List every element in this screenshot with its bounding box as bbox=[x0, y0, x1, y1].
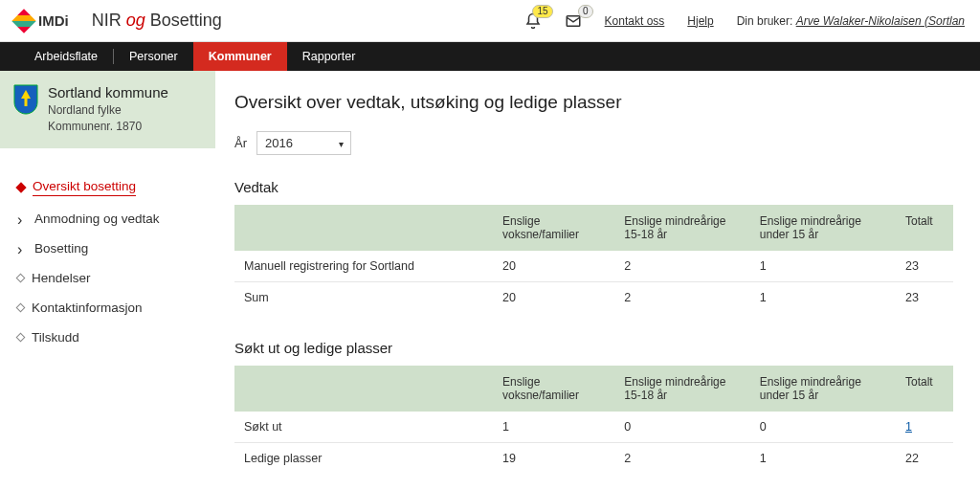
year-row: År 2016 bbox=[234, 136, 953, 150]
cell: 20 bbox=[493, 251, 614, 282]
topbar: IMDi NIR og Bosetting 15 0 Kontakt oss H… bbox=[0, 0, 980, 42]
user-block[interactable]: Din bruker: Arve Walaker-Nikolaisen (Sor… bbox=[737, 14, 965, 28]
row-label: Søkt ut bbox=[234, 412, 493, 443]
nav-kommuner[interactable]: Kommuner bbox=[193, 42, 287, 71]
section-vedtak-title: Vedtak bbox=[234, 179, 953, 195]
kommune-fylke: Nordland fylke bbox=[48, 102, 168, 119]
year-label: År bbox=[234, 136, 247, 150]
nav-rapporter[interactable]: Rapporter bbox=[287, 42, 371, 71]
sidebar: Sortland kommune Nordland fylke Kommunen… bbox=[0, 71, 215, 490]
vedtak-table: Enslige voksne/familier Enslige mindreår… bbox=[234, 205, 953, 313]
th-mindrearige-15-18: Enslige mindreårige 15-18 år bbox=[614, 366, 749, 412]
nav-personer[interactable]: Personer bbox=[114, 42, 193, 71]
row-label: Manuell registrering for Sortland bbox=[234, 251, 493, 282]
diamond-icon bbox=[15, 182, 26, 192]
chevron-icon bbox=[17, 243, 27, 253]
contact-link[interactable]: Kontakt oss bbox=[605, 14, 665, 28]
navbar: Arbeidsflate Personer Kommuner Rapporter bbox=[0, 42, 980, 71]
th-empty bbox=[234, 366, 493, 412]
kommune-box: Sortland kommune Nordland fylke Kommunen… bbox=[0, 71, 215, 148]
cell-total: 23 bbox=[896, 282, 953, 314]
sidebar-item-tilskudd[interactable]: Tilskudd bbox=[17, 323, 208, 352]
logo-icon bbox=[11, 9, 35, 33]
diamond-outline-icon bbox=[16, 332, 26, 342]
year-select[interactable]: 2016 bbox=[256, 131, 351, 155]
table-row: Sum202123 bbox=[234, 282, 953, 314]
th-empty bbox=[234, 205, 493, 251]
sidebar-item-bosetting[interactable]: Bosetting bbox=[17, 234, 208, 263]
cell-total: 22 bbox=[896, 443, 953, 475]
kommune-name: Sortland kommune bbox=[48, 84, 168, 100]
row-label: Sum bbox=[234, 282, 493, 314]
table-row: Søkt ut1001 bbox=[234, 412, 953, 443]
cell: 1 bbox=[750, 282, 896, 314]
diamond-outline-icon bbox=[16, 273, 26, 282]
th-mindrearige-under-15: Enslige mindreårige under 15 år bbox=[750, 205, 896, 251]
logo[interactable]: IMDi bbox=[15, 12, 69, 30]
cell: 0 bbox=[750, 412, 896, 443]
cell: 1 bbox=[493, 412, 614, 443]
row-label: Ledige plasser bbox=[234, 443, 493, 475]
table-row: Manuell registrering for Sortland202123 bbox=[234, 251, 953, 282]
th-mindrearige-15-18: Enslige mindreårige 15-18 år bbox=[614, 205, 749, 251]
section-sokt-title: Søkt ut og ledige plasser bbox=[234, 340, 953, 356]
shield-icon bbox=[13, 84, 38, 115]
cell-total[interactable]: 1 bbox=[896, 412, 953, 443]
brand-text: IMDi bbox=[38, 12, 69, 29]
sidebar-item-hendelser[interactable]: Hendelser bbox=[17, 263, 208, 293]
notifications-button[interactable]: 15 bbox=[524, 12, 542, 30]
help-link[interactable]: Hjelp bbox=[687, 14, 713, 28]
sidebar-item-kontakt[interactable]: Kontaktinformasjon bbox=[17, 293, 208, 323]
th-totalt: Totalt bbox=[896, 205, 953, 251]
app-title: NIR og Bosetting bbox=[92, 11, 222, 31]
chevron-icon bbox=[17, 213, 27, 223]
svg-rect-1 bbox=[25, 98, 28, 106]
sidebar-item-anmodning[interactable]: Anmodning og vedtak bbox=[17, 204, 208, 234]
diamond-outline-icon bbox=[16, 302, 26, 312]
th-enslige-voksne: Enslige voksne/familier bbox=[493, 205, 614, 251]
cell: 0 bbox=[614, 412, 749, 443]
cell: 20 bbox=[493, 282, 614, 314]
cell: 2 bbox=[614, 251, 749, 282]
cell-total: 23 bbox=[896, 251, 953, 282]
main-content: Oversikt over vedtak, utsøking og ledige… bbox=[215, 71, 980, 490]
page-title: Oversikt over vedtak, utsøking og ledige… bbox=[234, 92, 953, 113]
table-row: Ledige plasser192122 bbox=[234, 443, 953, 475]
mail-badge: 0 bbox=[578, 5, 593, 18]
sokt-table: Enslige voksne/familier Enslige mindreår… bbox=[234, 366, 953, 474]
nav-arbeidsflate[interactable]: Arbeidsflate bbox=[19, 42, 113, 71]
cell: 2 bbox=[614, 443, 749, 475]
kommune-nr: Kommunenr. 1870 bbox=[48, 119, 168, 135]
cell: 2 bbox=[614, 282, 749, 314]
cell: 19 bbox=[493, 443, 614, 475]
bell-badge: 15 bbox=[532, 5, 552, 18]
sidebar-item-oversikt[interactable]: Oversikt bosetting bbox=[17, 171, 208, 204]
th-enslige-voksne: Enslige voksne/familier bbox=[493, 366, 614, 412]
top-right: 15 0 Kontakt oss Hjelp Din bruker: Arve … bbox=[524, 12, 965, 30]
side-menu: Oversikt bosetting Anmodning og vedtak B… bbox=[0, 148, 215, 360]
cell: 1 bbox=[750, 251, 896, 282]
messages-button[interactable]: 0 bbox=[565, 12, 582, 30]
cell: 1 bbox=[750, 443, 896, 475]
th-mindrearige-under-15: Enslige mindreårige under 15 år bbox=[750, 366, 896, 412]
user-label-text: Din bruker: bbox=[737, 14, 793, 28]
th-totalt: Totalt bbox=[896, 366, 953, 412]
user-name: Arve Walaker-Nikolaisen (Sortlan bbox=[796, 14, 965, 28]
